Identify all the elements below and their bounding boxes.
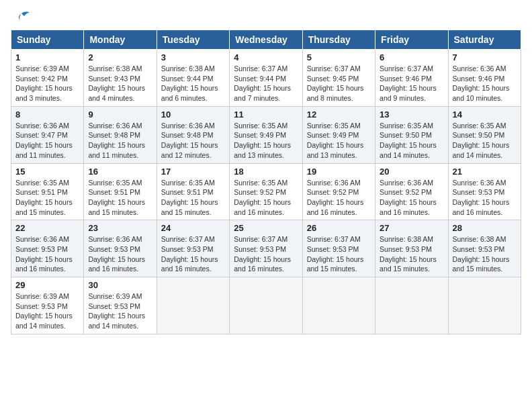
day-number: 8 <box>15 109 79 120</box>
daylight-text: Daylight: 15 hours <box>15 311 79 321</box>
sunset-text: Sunset: 9:44 PM <box>234 74 298 84</box>
day-number: 16 <box>88 167 152 177</box>
day-cell-11: 11 Sunrise: 6:35 AM Sunset: 9:49 PM Dayl… <box>230 106 302 163</box>
weekday-header-monday: Monday <box>84 30 157 50</box>
sunset-text: Sunset: 9:53 PM <box>453 187 517 197</box>
sunrise-text: Sunrise: 6:35 AM <box>380 121 443 131</box>
sunset-text: Sunset: 9:49 PM <box>307 130 371 140</box>
sunrise-text: Sunrise: 6:39 AM <box>15 291 79 302</box>
sunrise-text: Sunrise: 6:35 AM <box>15 178 79 188</box>
sunset-text: Sunset: 9:45 PM <box>307 74 371 84</box>
daylight-text: Daylight: 15 hours <box>161 83 225 93</box>
day-cell-25: 25 Sunrise: 6:37 AM Sunset: 9:53 PM Dayl… <box>230 220 302 277</box>
day-number: 1 <box>15 52 79 62</box>
calendar-row-4: 29 Sunrise: 6:39 AM Sunset: 9:53 PM Dayl… <box>11 277 521 334</box>
daylight-minutes: and 15 minutes. <box>15 208 79 218</box>
day-number: 15 <box>15 167 79 177</box>
daylight-text: Daylight: 15 hours <box>380 197 443 208</box>
logo-bird-icon <box>12 11 31 26</box>
page-header <box>11 11 521 23</box>
day-number: 9 <box>88 109 152 120</box>
sunrise-text: Sunrise: 6:36 AM <box>453 64 517 74</box>
daylight-minutes: and 13 minutes. <box>234 150 298 161</box>
day-number: 27 <box>380 223 443 233</box>
calendar-row-3: 22 Sunrise: 6:36 AM Sunset: 9:53 PM Dayl… <box>11 220 521 277</box>
day-number: 29 <box>15 280 79 290</box>
daylight-minutes: and 16 minutes. <box>234 208 298 218</box>
sunrise-text: Sunrise: 6:38 AM <box>88 64 152 74</box>
sunset-text: Sunset: 9:53 PM <box>15 244 79 255</box>
day-cell-16: 16 Sunrise: 6:35 AM Sunset: 9:51 PM Dayl… <box>84 163 157 220</box>
daylight-text: Daylight: 15 hours <box>453 255 517 265</box>
day-number: 19 <box>307 167 371 177</box>
day-number: 24 <box>161 223 225 233</box>
day-cell-21: 21 Sunrise: 6:36 AM Sunset: 9:53 PM Dayl… <box>448 163 521 220</box>
daylight-text: Daylight: 15 hours <box>161 255 225 265</box>
day-number: 7 <box>453 52 517 62</box>
sunset-text: Sunset: 9:51 PM <box>88 187 152 197</box>
daylight-text: Daylight: 15 hours <box>15 140 79 150</box>
empty-cell <box>230 277 302 334</box>
daylight-minutes: and 15 minutes. <box>161 208 225 218</box>
sunset-text: Sunset: 9:52 PM <box>234 187 298 197</box>
sunrise-text: Sunrise: 6:36 AM <box>161 121 225 131</box>
day-cell-19: 19 Sunrise: 6:36 AM Sunset: 9:52 PM Dayl… <box>302 163 375 220</box>
daylight-text: Daylight: 15 hours <box>88 255 152 265</box>
calendar-body: 1 Sunrise: 6:39 AM Sunset: 9:42 PM Dayli… <box>11 50 521 334</box>
sunrise-text: Sunrise: 6:36 AM <box>88 121 152 131</box>
daylight-minutes: and 16 minutes. <box>15 264 79 274</box>
daylight-text: Daylight: 15 hours <box>234 140 298 150</box>
daylight-text: Daylight: 15 hours <box>234 197 298 208</box>
sunrise-text: Sunrise: 6:38 AM <box>453 234 517 244</box>
day-cell-1: 1 Sunrise: 6:39 AM Sunset: 9:42 PM Dayli… <box>11 50 84 107</box>
day-cell-15: 15 Sunrise: 6:35 AM Sunset: 9:51 PM Dayl… <box>11 163 84 220</box>
day-number: 22 <box>15 223 79 233</box>
sunset-text: Sunset: 9:53 PM <box>307 244 371 255</box>
sunset-text: Sunset: 9:42 PM <box>15 74 79 84</box>
daylight-minutes: and 11 minutes. <box>15 150 79 161</box>
sunrise-text: Sunrise: 6:37 AM <box>307 234 371 244</box>
day-number: 14 <box>453 109 517 120</box>
sunrise-text: Sunrise: 6:36 AM <box>380 178 443 188</box>
daylight-minutes: and 4 minutes. <box>88 93 152 103</box>
daylight-text: Daylight: 15 hours <box>88 197 152 208</box>
sunset-text: Sunset: 9:49 PM <box>234 130 298 140</box>
day-cell-12: 12 Sunrise: 6:35 AM Sunset: 9:49 PM Dayl… <box>302 106 375 163</box>
sunrise-text: Sunrise: 6:35 AM <box>234 178 298 188</box>
sunset-text: Sunset: 9:53 PM <box>161 244 225 255</box>
day-cell-9: 9 Sunrise: 6:36 AM Sunset: 9:48 PM Dayli… <box>84 106 157 163</box>
sunset-text: Sunset: 9:46 PM <box>453 74 517 84</box>
sunset-text: Sunset: 9:52 PM <box>307 187 371 197</box>
daylight-minutes: and 16 minutes. <box>234 264 298 274</box>
sunrise-text: Sunrise: 6:35 AM <box>161 178 225 188</box>
daylight-minutes: and 15 minutes. <box>88 208 152 218</box>
day-number: 20 <box>380 167 443 177</box>
daylight-text: Daylight: 15 hours <box>307 255 371 265</box>
logo <box>11 11 31 23</box>
day-cell-18: 18 Sunrise: 6:35 AM Sunset: 9:52 PM Dayl… <box>230 163 302 220</box>
day-number: 21 <box>453 167 517 177</box>
day-cell-27: 27 Sunrise: 6:38 AM Sunset: 9:53 PM Dayl… <box>375 220 448 277</box>
daylight-text: Daylight: 15 hours <box>234 255 298 265</box>
calendar-row-2: 15 Sunrise: 6:35 AM Sunset: 9:51 PM Dayl… <box>11 163 521 220</box>
day-cell-30: 30 Sunrise: 6:39 AM Sunset: 9:53 PM Dayl… <box>84 277 157 334</box>
daylight-minutes: and 16 minutes. <box>453 208 517 218</box>
daylight-text: Daylight: 15 hours <box>15 255 79 265</box>
day-cell-7: 7 Sunrise: 6:36 AM Sunset: 9:46 PM Dayli… <box>448 50 521 107</box>
daylight-minutes: and 12 minutes. <box>161 150 225 161</box>
calendar-row-0: 1 Sunrise: 6:39 AM Sunset: 9:42 PM Dayli… <box>11 50 521 107</box>
sunrise-text: Sunrise: 6:37 AM <box>161 234 225 244</box>
daylight-text: Daylight: 15 hours <box>15 197 79 208</box>
daylight-text: Daylight: 15 hours <box>380 255 443 265</box>
daylight-text: Daylight: 15 hours <box>453 83 517 93</box>
sunrise-text: Sunrise: 6:35 AM <box>453 121 517 131</box>
weekday-header-row: SundayMondayTuesdayWednesdayThursdayFrid… <box>11 30 521 50</box>
calendar-table: SundayMondayTuesdayWednesdayThursdayFrid… <box>11 30 521 334</box>
sunset-text: Sunset: 9:44 PM <box>161 74 225 84</box>
sunrise-text: Sunrise: 6:36 AM <box>15 234 79 244</box>
daylight-minutes: and 16 minutes. <box>307 208 371 218</box>
day-cell-6: 6 Sunrise: 6:37 AM Sunset: 9:46 PM Dayli… <box>375 50 448 107</box>
daylight-minutes: and 16 minutes. <box>88 264 152 274</box>
daylight-minutes: and 13 minutes. <box>307 150 371 161</box>
day-cell-20: 20 Sunrise: 6:36 AM Sunset: 9:52 PM Dayl… <box>375 163 448 220</box>
